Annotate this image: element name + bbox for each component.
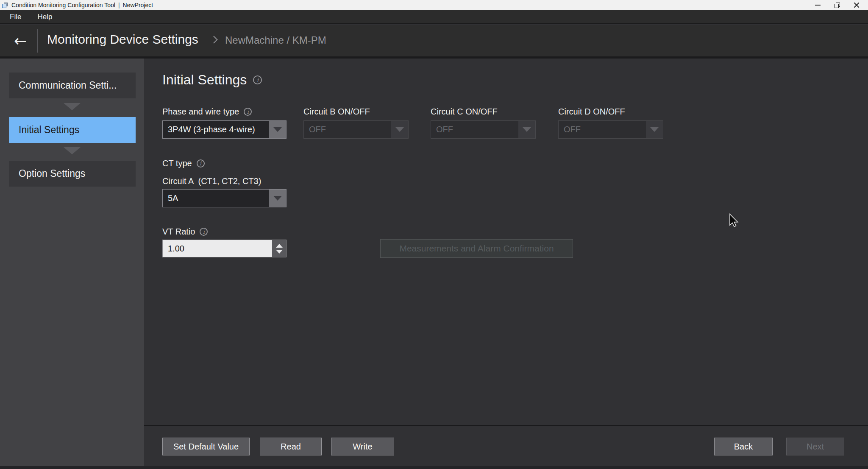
ct-type-dropdown[interactable]: 5A bbox=[162, 189, 287, 207]
chevron-down-icon bbox=[395, 127, 404, 132]
header-divider bbox=[37, 29, 38, 53]
spinner-buttons[interactable] bbox=[272, 240, 286, 257]
window-title: Condition Monitoring Configuration Tool bbox=[11, 2, 115, 8]
circuit-d-label: Circuit D ON/OFF bbox=[558, 107, 625, 117]
circuit-c-dropdown: OFF bbox=[431, 120, 536, 139]
info-icon[interactable]: i bbox=[244, 108, 252, 116]
breadcrumb-chevron-icon bbox=[210, 36, 217, 43]
phase-wire-label: Phase and wire type bbox=[162, 107, 239, 117]
write-button[interactable]: Write bbox=[331, 438, 394, 455]
sidebar-item-communication-settings[interactable]: Communication Setti... bbox=[9, 73, 136, 98]
spinner-down-icon bbox=[276, 250, 283, 254]
menu-help[interactable]: Help bbox=[37, 13, 52, 21]
minimize-button[interactable] bbox=[808, 0, 827, 10]
breadcrumb-device-path: NewMachine / KM-PM bbox=[225, 34, 326, 46]
app-icon bbox=[2, 3, 8, 8]
step-arrow-down-icon bbox=[64, 147, 81, 154]
close-button[interactable] bbox=[847, 0, 866, 10]
project-name: NewProject bbox=[123, 2, 153, 8]
circuit-d-dropdown: OFF bbox=[558, 120, 663, 139]
circuit-d-value: OFF bbox=[559, 121, 646, 138]
vt-ratio-input[interactable]: 1.00 bbox=[163, 240, 272, 257]
chevron-down-icon bbox=[650, 127, 659, 132]
chevron-down-icon bbox=[273, 196, 282, 201]
dropdown-arrow-button bbox=[391, 121, 408, 138]
circuit-a-label: Circuit A (CT1, CT2, CT3) bbox=[162, 176, 261, 186]
sidebar-item-initial-settings[interactable]: Initial Settings bbox=[9, 117, 136, 143]
restore-button[interactable] bbox=[827, 0, 847, 10]
dropdown-arrow-button[interactable] bbox=[269, 121, 286, 138]
circuit-b-dropdown: OFF bbox=[303, 120, 409, 139]
ct-type-label: CT type bbox=[162, 159, 192, 168]
menu-file[interactable]: File bbox=[10, 13, 21, 21]
dropdown-arrow-button[interactable] bbox=[269, 190, 286, 207]
close-icon bbox=[854, 2, 860, 8]
minimize-icon bbox=[815, 5, 821, 6]
chevron-down-icon bbox=[273, 127, 282, 132]
set-default-value-button[interactable]: Set Default Value bbox=[162, 438, 250, 455]
phase-wire-dropdown[interactable]: 3P4W (3-phase 4-wire) bbox=[162, 120, 287, 139]
restore-icon bbox=[835, 3, 840, 8]
page-title: Monitoring Device Settings bbox=[47, 32, 198, 47]
dropdown-arrow-button bbox=[646, 121, 663, 138]
vt-ratio-spinner[interactable]: 1.00 bbox=[162, 240, 287, 257]
info-icon[interactable]: i bbox=[197, 159, 205, 168]
step-arrow-down-icon bbox=[64, 103, 81, 110]
window-bottom-edge bbox=[0, 466, 868, 469]
read-button[interactable]: Read bbox=[260, 438, 322, 455]
circuit-c-label: Circuit C ON/OFF bbox=[431, 107, 498, 117]
title-separator: | bbox=[118, 2, 120, 8]
dropdown-arrow-button bbox=[518, 121, 535, 138]
main-content: Initial Settings i Phase and wire type i… bbox=[144, 59, 868, 466]
back-button[interactable]: Back bbox=[714, 438, 773, 455]
info-icon[interactable]: i bbox=[200, 228, 208, 236]
footer-divider bbox=[144, 425, 868, 426]
ct-type-label-row: CT type i bbox=[162, 159, 205, 168]
measurements-alarm-confirmation-button: Measurements and Alarm Confirmation bbox=[380, 239, 573, 258]
spinner-up-icon bbox=[276, 244, 283, 248]
info-icon[interactable]: i bbox=[253, 75, 262, 84]
sidebar: Communication Setti... Initial Settings … bbox=[0, 59, 144, 466]
phase-wire-value: 3P4W (3-phase 4-wire) bbox=[163, 121, 269, 138]
circuit-c-value: OFF bbox=[431, 121, 518, 138]
phase-wire-label-row: Phase and wire type i bbox=[162, 107, 252, 117]
section-title-row: Initial Settings i bbox=[162, 72, 262, 88]
chevron-down-icon bbox=[523, 127, 531, 132]
window-controls bbox=[808, 0, 866, 10]
back-arrow-button[interactable]: ← bbox=[11, 31, 30, 51]
mouse-cursor bbox=[728, 213, 739, 229]
vt-ratio-label-row: VT Ratio i bbox=[162, 227, 208, 237]
menubar: File Help bbox=[0, 10, 868, 24]
ct-type-value: 5A bbox=[163, 190, 269, 207]
vt-ratio-label: VT Ratio bbox=[162, 227, 195, 237]
header: ← Monitoring Device Settings NewMachine … bbox=[0, 25, 868, 56]
circuit-b-value: OFF bbox=[304, 121, 391, 138]
titlebar: Condition Monitoring Configuration Tool … bbox=[0, 0, 868, 10]
next-button: Next bbox=[786, 438, 844, 455]
section-title: Initial Settings bbox=[162, 72, 247, 88]
sidebar-item-option-settings[interactable]: Option Settings bbox=[9, 161, 136, 187]
circuit-b-label: Circuit B ON/OFF bbox=[303, 107, 370, 117]
